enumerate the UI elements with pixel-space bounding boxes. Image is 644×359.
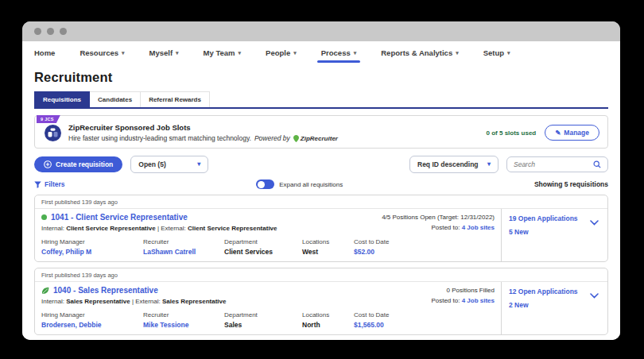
card-body: 1040 - Sales Representative Internal: Sa… xyxy=(35,282,607,334)
open-applications-link[interactable]: 19 Open Applications xyxy=(509,214,583,222)
table-col-locations: Locations West xyxy=(302,238,354,256)
published-text: First published 139 days ago xyxy=(35,268,607,282)
requisition-title-link[interactable]: 1040 - Sales Representative xyxy=(41,286,227,295)
internal-label: Internal: xyxy=(41,298,64,305)
window-control-dot[interactable] xyxy=(47,28,54,35)
positions-text: 4/5 Positions Open (Target: 12/31/2022) xyxy=(382,214,495,221)
column-header: Recruiter xyxy=(143,311,224,318)
tab-requisitions[interactable]: Requisitions xyxy=(34,91,90,107)
posted-to-label: Posted to: xyxy=(431,297,460,304)
title-block: 1041 - Client Service Representative Int… xyxy=(41,213,277,232)
status-filter-select[interactable]: Open (5) ▾ xyxy=(130,156,208,173)
expand-all-toggle[interactable] xyxy=(256,180,274,189)
manage-label: Manage xyxy=(564,129,589,137)
search-icon[interactable] xyxy=(593,160,601,168)
table-col-department: Department Sales xyxy=(224,311,302,329)
external-value: Sales Representative xyxy=(162,298,227,305)
external-label: External: xyxy=(161,225,186,232)
column-header: Locations xyxy=(302,311,354,318)
requisition-card: First published 139 days ago 1040 - Sale… xyxy=(34,268,608,335)
recruiter-link[interactable]: Mike Tessione xyxy=(143,321,224,329)
slots-used-text: 0 of 5 slots used xyxy=(487,129,537,137)
top-nav: Home Resources ▾ Myself ▾ My Team ▾ Peop… xyxy=(34,41,608,63)
nav-item-resources[interactable]: Resources ▾ xyxy=(80,48,124,63)
chevron-down-icon xyxy=(590,220,599,226)
chevron-down-icon: ▾ xyxy=(456,50,459,56)
tab-candidates[interactable]: Candidates xyxy=(90,91,141,107)
result-count: Showing 5 requisitions xyxy=(534,180,608,188)
chevron-down-icon xyxy=(590,293,599,299)
chevron-down-icon: ▾ xyxy=(293,50,297,56)
locations-value: North xyxy=(302,321,354,329)
requisition-table: Hiring Manager Brodersen, Debbie Recruit… xyxy=(41,311,495,329)
title-block: 1040 - Sales Representative Internal: Sa… xyxy=(41,286,227,305)
pencil-icon: ✎ xyxy=(555,129,561,137)
filters-button[interactable]: Filters xyxy=(34,180,65,188)
expand-card-button[interactable] xyxy=(590,209,607,261)
nav-item-people[interactable]: People ▾ xyxy=(266,48,297,63)
open-status-icon xyxy=(41,214,47,220)
divider: | xyxy=(132,298,134,305)
nav-item-home[interactable]: Home xyxy=(34,48,55,63)
cost-to-date-link[interactable]: $1,565.00 xyxy=(354,321,495,329)
nav-item-reports-analytics[interactable]: Reports & Analytics ▾ xyxy=(381,48,458,63)
nav-label: People xyxy=(266,48,290,57)
hiring-manager-link[interactable]: Coffey, Philip M xyxy=(41,248,143,256)
column-header: Hiring Manager xyxy=(41,238,143,245)
chevron-down-icon: ▾ xyxy=(507,50,510,56)
job-slots-icon xyxy=(45,125,61,141)
requisition-table: Hiring Manager Coffey, Philip M Recruite… xyxy=(41,238,495,256)
plus-circle-icon xyxy=(44,160,52,168)
banner-text: ZipRecruiter Sponsored Job Slots Hire fa… xyxy=(68,123,338,142)
job-sites-link[interactable]: 4 Job sites xyxy=(462,224,495,231)
column-header: Hiring Manager xyxy=(41,311,143,318)
new-applications-link[interactable]: 5 New xyxy=(509,228,583,236)
job-sites-link[interactable]: 4 Job sites xyxy=(462,297,495,304)
search-input[interactable] xyxy=(514,160,593,168)
create-label: Create requisition xyxy=(56,160,113,168)
tab-referral-rewards[interactable]: Referral Rewards xyxy=(141,91,210,107)
banner-subtitle-text: Hire faster using industry-leading smart… xyxy=(68,134,251,142)
internal-external-line: Internal: Client Service Representative … xyxy=(41,225,277,232)
banner-right: 0 of 5 slots used ✎ Manage xyxy=(487,125,599,141)
chevron-down-icon: ▾ xyxy=(487,161,491,168)
status-filter-value: Open (5) xyxy=(138,160,165,168)
nav-item-myself[interactable]: Myself ▾ xyxy=(149,48,179,63)
requisition-title-link[interactable]: 1041 - Client Service Representative xyxy=(41,213,277,222)
open-applications-link[interactable]: 12 Open Applications xyxy=(509,288,583,295)
expand-toggle-zone: Expand all requisitions xyxy=(65,180,534,189)
internal-value: Sales Representative xyxy=(66,298,130,305)
requisition-title: 1040 - Sales Representative xyxy=(53,286,158,295)
filter-row: Filters Expand all requisitions Showing … xyxy=(34,180,608,189)
nav-label: Resources xyxy=(80,48,118,57)
window-control-dot[interactable] xyxy=(60,28,67,35)
cost-to-date-link[interactable]: $52.00 xyxy=(354,248,495,256)
manage-button[interactable]: ✎ Manage xyxy=(545,125,599,141)
nav-label: Myself xyxy=(149,48,173,57)
column-header: Cost to Date xyxy=(354,238,495,245)
nav-label: Home xyxy=(34,48,55,57)
nav-item-my-team[interactable]: My Team ▾ xyxy=(204,48,241,63)
sort-select[interactable]: Req ID descending ▾ xyxy=(409,156,499,173)
chevron-down-icon: ▾ xyxy=(176,50,179,56)
table-col-locations: Locations North xyxy=(302,311,354,329)
funnel-icon xyxy=(34,181,41,188)
nav-item-setup[interactable]: Setup ▾ xyxy=(483,48,510,63)
window-control-dot[interactable] xyxy=(34,28,41,35)
create-requisition-button[interactable]: Create requisition xyxy=(34,156,122,172)
page-content: Home Resources ▾ Myself ▾ My Team ▾ Peop… xyxy=(22,41,620,340)
nav-item-process[interactable]: Process ▾ xyxy=(321,48,357,63)
recruiter-link[interactable]: LaShawn Catrell xyxy=(143,248,224,256)
department-value: Client Services xyxy=(224,248,302,256)
filters-label: Filters xyxy=(45,180,65,188)
sort-value: Req ID descending xyxy=(417,160,479,168)
search-box xyxy=(506,156,608,172)
new-applications-link[interactable]: 2 New xyxy=(509,301,583,309)
positions-text: 0 Positions Filled xyxy=(431,287,495,294)
column-header: Department xyxy=(224,311,302,318)
table-col-recruiter: Recruiter Mike Tessione xyxy=(143,311,224,329)
expand-card-button[interactable] xyxy=(590,282,607,334)
hiring-manager-link[interactable]: Brodersen, Debbie xyxy=(41,321,143,329)
column-header: Recruiter xyxy=(143,238,224,245)
positions-block: 4/5 Positions Open (Target: 12/31/2022) … xyxy=(382,213,495,232)
